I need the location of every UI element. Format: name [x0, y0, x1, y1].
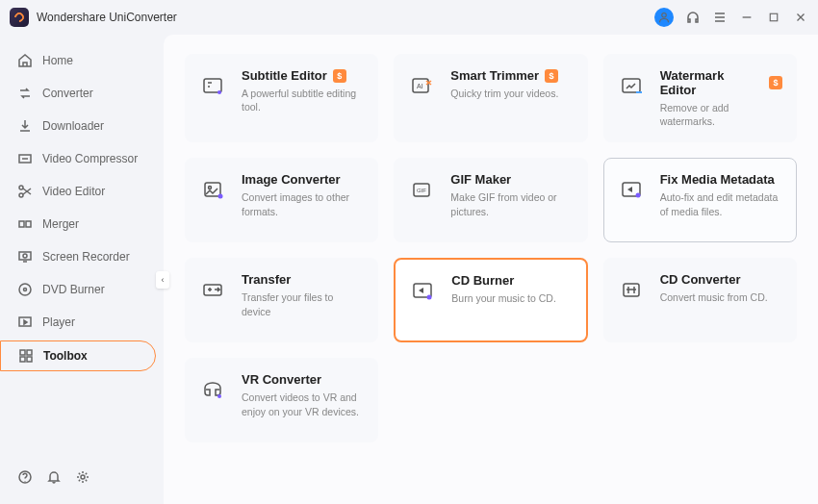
tool-card-cd-converter[interactable]: CD Converter Convert music from CD. [603, 258, 797, 342]
svg-rect-7 [19, 252, 31, 260]
svg-point-0 [662, 13, 667, 18]
minimize-icon[interactable] [739, 10, 754, 25]
svg-rect-14 [20, 357, 25, 362]
merger-icon [17, 216, 33, 232]
svg-rect-13 [27, 350, 32, 355]
sidebar-item-downloader[interactable]: Downloader [0, 112, 156, 140]
sidebar-item-label: Video Compressor [42, 152, 138, 165]
svg-point-19 [217, 90, 221, 94]
sidebar-item-player[interactable]: Player [0, 308, 156, 337]
svg-text:GIF: GIF [417, 188, 426, 193]
tool-card-fix-media-metadata[interactable]: Fix Media Metadata Auto-fix and edit met… [603, 158, 797, 242]
converter-icon [17, 86, 33, 101]
tool-card-subtitle-editor[interactable]: Subtitle Editor $ A powerful subtitle ed… [185, 54, 378, 142]
main-content: Subtitle Editor $ A powerful subtitle ed… [164, 35, 818, 504]
tool-card-cd-burner[interactable]: CD Burner Burn your music to CD. [394, 258, 587, 342]
tool-title: Transfer [242, 272, 291, 287]
titlebar: Wondershare UniConverter [0, 0, 818, 35]
tool-description: Convert videos to VR and enjoy on your V… [242, 391, 364, 417]
tool-title: Subtitle Editor [242, 68, 327, 83]
tool-title: VR Converter [242, 372, 321, 387]
tool-title: CD Burner [451, 273, 514, 288]
tool-card-transfer[interactable]: Transfer Transfer your files to device [185, 258, 378, 342]
svg-point-10 [24, 289, 27, 291]
sidebar-item-label: Merger [42, 217, 79, 231]
sidebar-item-toolbox[interactable]: Toolbox [0, 340, 156, 371]
dvd-icon [17, 282, 33, 297]
tool-card-smart-trimmer[interactable]: AI Smart Trimmer $ Quicky trim your vide… [394, 54, 587, 142]
tool-icon [197, 70, 230, 103]
settings-icon[interactable] [75, 469, 90, 485]
tool-card-watermark-editor[interactable]: Watermark Editor $ Remove or add waterma… [603, 54, 797, 142]
scissors-icon [17, 184, 33, 199]
collapse-sidebar-icon[interactable]: ‹ [156, 271, 169, 289]
tool-title: Fix Media Metadata [660, 172, 775, 187]
user-account-icon[interactable] [654, 8, 674, 27]
svg-point-17 [81, 475, 85, 479]
tool-icon [616, 174, 649, 207]
sidebar-item-label: Home [42, 54, 73, 67]
sidebar-item-label: Screen Recorder [42, 250, 130, 264]
tool-title: Image Converter [242, 172, 341, 187]
tool-icon [407, 275, 440, 308]
tool-icon: AI [406, 70, 439, 103]
svg-point-3 [19, 186, 23, 189]
tool-description: Auto-fix and edit metadata of media file… [660, 190, 782, 217]
svg-rect-5 [19, 221, 24, 227]
sidebar-item-converter[interactable]: Converter [0, 79, 156, 108]
sidebar-item-video-editor[interactable]: Video Editor [0, 177, 156, 206]
maximize-icon[interactable] [766, 10, 781, 25]
sidebar-item-label: DVD Burner [42, 283, 105, 296]
sidebar-item-merger[interactable]: Merger [0, 210, 156, 239]
svg-rect-15 [27, 357, 32, 362]
sidebar-item-home[interactable]: Home [0, 46, 156, 75]
app-title: Wondershare UniConverter [37, 11, 177, 24]
tool-description: Transfer your files to device [242, 290, 364, 317]
tool-card-vr-converter[interactable]: VR Converter Convert videos to VR and en… [185, 358, 378, 442]
svg-rect-22 [623, 79, 640, 92]
sidebar-item-video-compressor[interactable]: Video Compressor [0, 144, 156, 173]
tool-card-image-converter[interactable]: Image Converter Convert images to other … [185, 158, 378, 242]
tool-description: Convert music from CD. [660, 290, 782, 304]
sidebar-item-label: Downloader [42, 119, 104, 133]
recorder-icon [17, 249, 33, 265]
tool-title: GIF Maker [450, 172, 511, 187]
svg-point-9 [19, 284, 31, 295]
svg-rect-6 [26, 221, 31, 227]
tool-description: Convert images to other formats. [242, 190, 364, 217]
sidebar-item-screen-recorder[interactable]: Screen Recorder [0, 242, 156, 271]
svg-text:AI: AI [417, 83, 423, 89]
menu-icon[interactable] [712, 10, 728, 25]
help-icon[interactable] [17, 469, 33, 485]
close-icon[interactable] [793, 10, 808, 25]
download-icon [17, 118, 33, 134]
svg-rect-1 [770, 13, 778, 21]
tool-icon [197, 374, 230, 407]
player-icon [17, 315, 33, 330]
svg-point-25 [218, 194, 223, 199]
tool-icon [616, 274, 649, 307]
tool-icon [616, 70, 649, 103]
tool-title: Watermark Editor [660, 68, 763, 97]
tool-description: A powerful subtitle editing tool. [242, 87, 364, 113]
headphones-icon[interactable] [685, 10, 701, 25]
home-icon [17, 53, 33, 68]
svg-rect-12 [20, 350, 25, 355]
bell-icon[interactable] [46, 469, 62, 485]
tool-icon: GIF [406, 174, 439, 207]
sidebar-item-dvd-burner[interactable]: DVD Burner [0, 275, 156, 304]
sidebar-item-label: Video Editor [42, 185, 105, 198]
tool-description: Make GIF from video or pictures. [450, 190, 573, 217]
premium-badge: $ [333, 69, 346, 83]
svg-point-4 [19, 193, 23, 197]
tool-description: Burn your music to CD. [451, 291, 572, 305]
tool-icon [197, 274, 230, 307]
tool-title: Smart Trimmer [450, 68, 539, 83]
tool-title: CD Converter [660, 272, 741, 287]
compressor-icon [17, 151, 33, 166]
tool-card-gif-maker[interactable]: GIF GIF Maker Make GIF from video or pic… [394, 158, 587, 242]
sidebar-item-label: Toolbox [43, 349, 88, 363]
svg-point-29 [635, 193, 640, 198]
tool-description: Quicky trim your videos. [450, 87, 573, 100]
tool-icon [197, 174, 230, 207]
